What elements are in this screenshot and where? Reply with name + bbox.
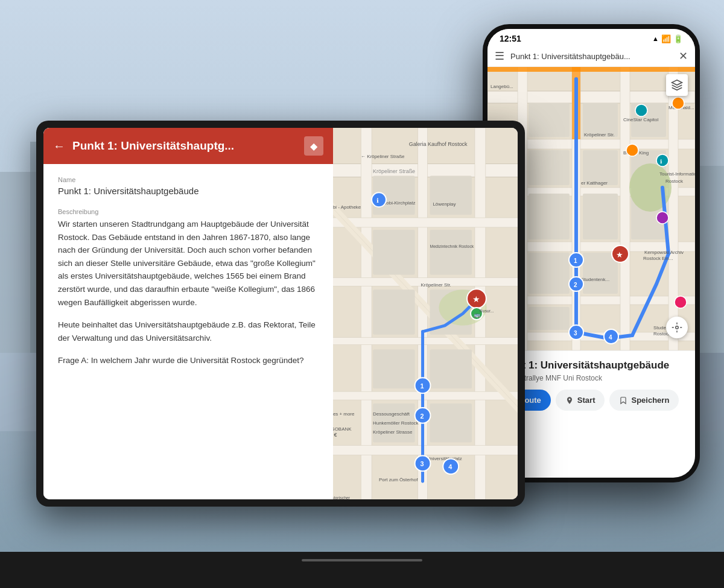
svg-rect-99	[583, 253, 618, 294]
svg-rect-96	[583, 194, 618, 239]
svg-rect-41	[430, 403, 472, 443]
battery-icon: 🔋	[673, 34, 683, 43]
svg-rect-39	[430, 350, 472, 389]
svg-text:CineStar Capitol: CineStar Capitol	[623, 117, 658, 122]
place-title: Punkt 1: Universitätshauptgebäude	[497, 359, 685, 371]
svg-text:Dessousgeschäft: Dessousgeschäft	[373, 411, 410, 417]
svg-rect-22	[361, 128, 372, 499]
svg-text:← Kröpeliner Straße: ← Kröpeliner Straße	[361, 154, 405, 159]
svg-text:Löwenplay: Löwenplay	[433, 201, 456, 207]
signal-icon: ▲	[652, 35, 659, 42]
tablet-title: Punkt 1: Universitätshauptg...	[72, 139, 297, 153]
svg-rect-100	[529, 307, 570, 330]
tablet-map-svg: Kröpeliner Straße	[333, 128, 518, 499]
start-button[interactable]: Start	[556, 390, 605, 411]
svg-point-134	[675, 296, 687, 308]
phone-status-bar: 12:51 ▲ 📶 🔋	[487, 29, 695, 46]
svg-text:2: 2	[574, 282, 577, 288]
back-button[interactable]: ←	[53, 139, 65, 153]
svg-rect-29	[333, 446, 518, 455]
svg-rect-27	[333, 338, 518, 345]
svg-text:Port zum Österhof: Port zum Österhof	[379, 477, 418, 482]
tablet-header: ← Punkt 1: Universitätshauptg... ◆	[43, 128, 333, 164]
svg-rect-88	[487, 67, 695, 72]
svg-text:★: ★	[616, 250, 623, 259]
svg-text:Medizintechnik Rostock: Medizintechnik Rostock	[430, 244, 474, 248]
svg-text:1: 1	[421, 382, 424, 390]
save-button[interactable]: Speichern	[609, 390, 679, 411]
svg-text:Rostock Ein...: Rostock Ein...	[643, 256, 673, 261]
name-value: Punkt 1: Universitätshauptgebäude	[58, 186, 319, 196]
svg-rect-35	[430, 230, 472, 275]
svg-text:ℹ: ℹ	[376, 197, 379, 204]
desc-para1: Wir starten unseren Stadtrundgang am Hau…	[58, 218, 319, 309]
svg-rect-98	[529, 253, 570, 294]
svg-text:er Katthager: er Katthager	[581, 180, 608, 186]
svg-point-133	[656, 212, 668, 224]
start-label: Start	[577, 396, 595, 405]
tablet-left-panel: ← Punkt 1: Universitätshauptg... ◆ Name …	[43, 128, 333, 499]
svg-text:Kröpeliner Straße: Kröpeliner Straße	[373, 168, 415, 174]
svg-rect-90	[529, 103, 570, 137]
svg-text:Kempowski Archiv: Kempowski Archiv	[644, 250, 684, 255]
svg-point-132	[672, 97, 684, 109]
layers-button[interactable]	[666, 74, 688, 96]
tablet-map: Kröpeliner Straße	[333, 128, 518, 499]
phone-search-bar: ☰ Punkt 1: Universitätshauptgebäu... ✕	[487, 46, 695, 67]
svg-point-130	[635, 104, 647, 116]
svg-rect-95	[529, 194, 570, 239]
svg-text:Galeria Kaufhof Rostock: Galeria Kaufhof Rostock	[409, 141, 468, 147]
svg-text:4: 4	[609, 334, 612, 341]
location-button[interactable]	[666, 317, 688, 338]
status-icons: ▲ 📶 🔋	[652, 34, 683, 43]
svg-text:Hunkemöller Rostock: Hunkemöller Rostock	[373, 420, 418, 426]
svg-text:Rostock: Rostock	[665, 179, 684, 184]
svg-rect-34	[373, 230, 415, 275]
svg-text:★: ★	[472, 294, 480, 304]
desc-label: Beschreibung	[58, 208, 319, 215]
svg-rect-93	[529, 150, 570, 185]
svg-text:1: 1	[574, 258, 577, 264]
place-subtitle: Stadtrallye MNF Uni Rostock	[497, 374, 685, 382]
svg-marker-135	[672, 80, 682, 85]
menu-icon[interactable]: ☰	[495, 49, 504, 63]
svg-text:Historischer: Historischer	[333, 496, 351, 499]
svg-text:Langebü...: Langebü...	[491, 84, 513, 89]
desc-para3: Frage A: In welchem Jahr wurde die Unive…	[58, 354, 319, 367]
action-buttons: Route Start Speichern	[497, 390, 685, 411]
save-label: Speichern	[631, 396, 669, 405]
svg-rect-36	[373, 289, 415, 335]
svg-text:Busur...: Busur...	[480, 309, 494, 313]
wifi-icon: 📶	[661, 34, 671, 43]
svg-point-136	[676, 326, 679, 329]
svg-rect-86	[620, 67, 630, 350]
status-time: 12:51	[500, 34, 521, 43]
name-label: Name	[58, 176, 319, 183]
pin-icon: ◆	[304, 136, 323, 156]
svg-text:2: 2	[421, 413, 424, 420]
svg-text:3: 3	[574, 330, 577, 337]
svg-text:GOBANK: GOBANK	[333, 426, 352, 432]
svg-text:Studentenk...: Studentenk...	[581, 277, 609, 282]
svg-text:Kröpeliner Strasse: Kröpeliner Strasse	[373, 429, 413, 435]
svg-text:eyes + more: eyes + more	[333, 411, 355, 417]
close-icon[interactable]: ✕	[679, 49, 688, 63]
svg-rect-33	[430, 175, 472, 215]
svg-point-128	[656, 154, 668, 166]
search-text: Punkt 1: Universitätshauptgebäu...	[510, 52, 673, 61]
svg-text:Tourist-Information: Tourist-Information	[659, 171, 695, 177]
desc-para2: Heute beinhaltet das Universitätshauptge…	[58, 318, 319, 344]
tablet-device: ← Punkt 1: Universitätshauptg... ◆ Name …	[36, 121, 525, 507]
tablet-screen: ← Punkt 1: Universitätshauptg... ◆ Name …	[43, 128, 518, 499]
svg-text:4: 4	[448, 463, 452, 470]
bottom-bar	[0, 552, 724, 588]
svg-rect-38	[373, 350, 415, 389]
svg-text:3: 3	[421, 460, 424, 467]
svg-text:kobi - Apotheke: kobi - Apotheke	[333, 204, 361, 210]
svg-text:Kröpeliner Str.: Kröpeliner Str.	[421, 282, 451, 288]
svg-rect-25	[333, 218, 518, 227]
tablet-content: Name Punkt 1: Universitätshauptgebäude B…	[43, 164, 333, 499]
svg-text:Kröpeliner Str.: Kröpeliner Str.	[584, 132, 615, 138]
svg-text:€: €	[334, 432, 337, 438]
svg-point-131	[626, 144, 638, 156]
